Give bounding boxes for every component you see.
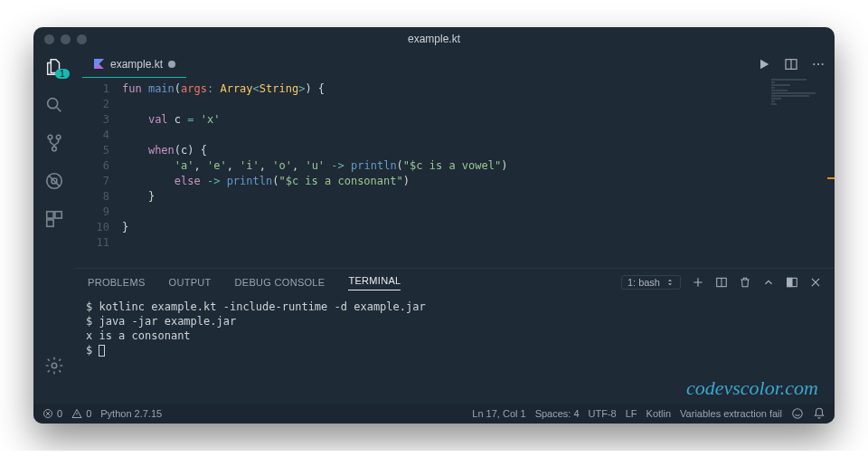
status-language[interactable]: Kotlin bbox=[646, 408, 672, 419]
status-warnings[interactable]: 0 bbox=[71, 408, 91, 419]
svg-rect-16 bbox=[788, 278, 792, 286]
debug-icon[interactable] bbox=[43, 170, 65, 192]
svg-point-2 bbox=[56, 135, 61, 139]
kotlin-file-icon bbox=[93, 58, 105, 70]
terminal-selector-label: 1: bash bbox=[627, 277, 660, 288]
more-actions-icon[interactable] bbox=[811, 57, 826, 71]
code-editor[interactable]: 1234567891011 fun main(args: Array<Strin… bbox=[75, 78, 835, 268]
svg-rect-8 bbox=[47, 220, 53, 226]
panel-tab-debug[interactable]: DEBUG CONSOLE bbox=[235, 277, 326, 288]
status-spaces[interactable]: Spaces: 4 bbox=[535, 408, 580, 419]
svg-point-11 bbox=[813, 63, 815, 65]
editor-tabs: example.kt bbox=[75, 51, 835, 78]
status-bar: 0 0 Python 2.7.15 Ln 17, Col 1 Spaces: 4… bbox=[33, 404, 835, 424]
new-terminal-icon[interactable] bbox=[692, 276, 704, 289]
svg-point-1 bbox=[48, 135, 52, 139]
status-errors[interactable]: 0 bbox=[42, 408, 62, 419]
panel-tab-terminal[interactable]: TERMINAL bbox=[348, 275, 401, 290]
error-icon bbox=[42, 408, 53, 419]
dirty-indicator-icon bbox=[168, 61, 175, 68]
window-title: example.kt bbox=[33, 33, 835, 45]
svg-point-9 bbox=[52, 363, 57, 368]
close-panel-icon[interactable] bbox=[809, 276, 822, 289]
chevron-up-icon[interactable] bbox=[762, 276, 775, 289]
split-editor-icon[interactable] bbox=[784, 57, 798, 71]
settings-gear-icon[interactable] bbox=[43, 355, 65, 376]
status-eol[interactable]: LF bbox=[626, 408, 637, 419]
titlebar: example.kt bbox=[33, 27, 835, 51]
svg-rect-6 bbox=[47, 212, 53, 218]
feedback-smiley-icon[interactable] bbox=[791, 407, 804, 420]
editor-main: example.kt 1234567891011 fun main(args: … bbox=[75, 51, 835, 404]
status-extra[interactable]: Variables extraction fail bbox=[680, 408, 782, 419]
panel-tabs: PROBLEMS OUTPUT DEBUG CONSOLE TERMINAL 1… bbox=[75, 269, 835, 296]
file-tab[interactable]: example.kt bbox=[82, 51, 186, 78]
extensions-icon[interactable] bbox=[43, 208, 65, 230]
run-icon[interactable] bbox=[757, 57, 771, 71]
status-position[interactable]: Ln 17, Col 1 bbox=[472, 408, 525, 419]
panel-tab-problems[interactable]: PROBLEMS bbox=[88, 277, 146, 288]
maximize-panel-icon[interactable] bbox=[786, 276, 798, 289]
chevron-updown-icon bbox=[665, 278, 675, 287]
editor-actions bbox=[757, 57, 826, 71]
file-tab-label: example.kt bbox=[110, 58, 163, 71]
line-gutter: 1234567891011 bbox=[75, 78, 122, 268]
svg-point-18 bbox=[793, 409, 803, 419]
svg-point-12 bbox=[817, 63, 819, 65]
svg-rect-7 bbox=[55, 212, 61, 218]
activity-bar: 1 bbox=[33, 51, 75, 404]
watermark: codevscolor.com bbox=[686, 376, 818, 400]
code-content[interactable]: fun main(args: Array<String>) { val c = … bbox=[122, 78, 835, 268]
marker-icon bbox=[827, 177, 835, 179]
source-control-icon[interactable] bbox=[43, 132, 65, 154]
search-icon[interactable] bbox=[43, 94, 65, 116]
warning-icon bbox=[71, 408, 82, 419]
panel-tab-output[interactable]: OUTPUT bbox=[169, 277, 212, 288]
bell-icon[interactable] bbox=[813, 407, 826, 420]
status-python[interactable]: Python 2.7.15 bbox=[100, 408, 162, 419]
status-encoding[interactable]: UTF-8 bbox=[589, 408, 617, 419]
minimap[interactable] bbox=[771, 78, 835, 268]
svg-point-3 bbox=[52, 147, 57, 151]
kill-terminal-icon[interactable] bbox=[739, 276, 751, 289]
split-terminal-icon[interactable] bbox=[715, 276, 728, 289]
explorer-badge: 1 bbox=[55, 69, 70, 79]
terminal-selector[interactable]: 1: bash bbox=[621, 275, 681, 290]
editor-window: example.kt 1 bbox=[33, 27, 835, 424]
svg-point-0 bbox=[48, 99, 58, 109]
svg-point-13 bbox=[822, 63, 824, 65]
